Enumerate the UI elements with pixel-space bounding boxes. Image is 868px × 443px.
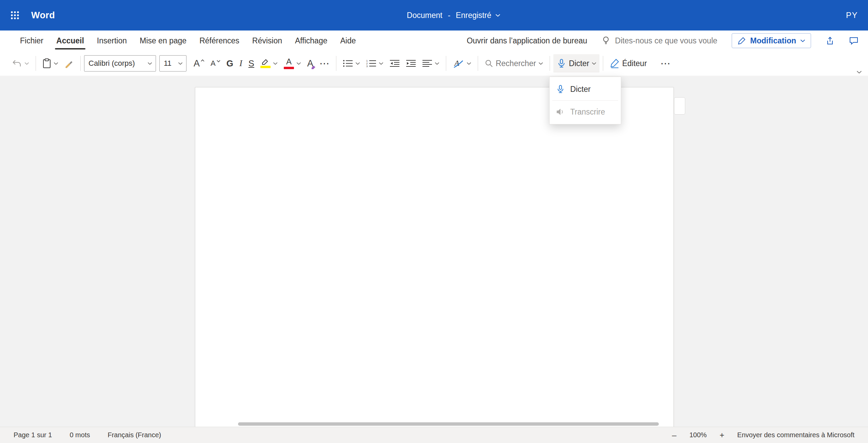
increase-indent-button[interactable] — [403, 54, 419, 73]
tab-fichier[interactable]: Fichier — [14, 31, 50, 51]
grow-font-icon: A — [194, 59, 200, 68]
decrease-indent-button[interactable] — [387, 54, 403, 73]
user-avatar[interactable]: PY — [846, 11, 858, 20]
speaker-icon — [556, 108, 565, 116]
more-options-icon: ⋯ — [660, 58, 671, 68]
open-in-desktop-button[interactable]: Ouvrir dans l’application de bureau — [467, 36, 587, 45]
tab-mise-en-page[interactable]: Mise en page — [133, 31, 193, 51]
decrease-indent-icon — [390, 59, 400, 67]
document-page[interactable] — [195, 87, 674, 427]
chevron-down-icon — [296, 62, 301, 65]
numbering-button[interactable]: 123 — [363, 54, 387, 73]
undo-button[interactable] — [9, 54, 32, 73]
format-painter-button[interactable] — [61, 54, 77, 73]
paste-button[interactable] — [39, 54, 61, 73]
tab-insertion[interactable]: Insertion — [91, 31, 133, 51]
comments-button[interactable] — [849, 36, 859, 45]
caret-up-icon — [201, 59, 204, 62]
language-status[interactable]: Français (France) — [107, 431, 161, 439]
more-font-options-button[interactable]: ⋯ — [316, 54, 333, 73]
word-count[interactable]: 0 mots — [70, 431, 90, 439]
bullets-button[interactable] — [340, 54, 363, 73]
status-bar: Page 1 sur 1 0 mots Français (France) – … — [0, 427, 868, 443]
tell-me-text: Dites-nous ce que vous voule — [615, 36, 717, 45]
zoom-level[interactable]: 100% — [689, 431, 707, 439]
numbering-icon: 123 — [366, 59, 376, 67]
zoom-out-button[interactable]: – — [672, 430, 676, 440]
chevron-down-icon — [467, 62, 471, 65]
collapse-ribbon-button[interactable] — [856, 71, 862, 74]
search-icon — [485, 59, 493, 68]
microphone-icon — [556, 58, 567, 68]
zoom-in-button[interactable]: + — [719, 430, 724, 440]
italic-button[interactable]: I — [236, 54, 245, 73]
chevron-down-icon — [592, 62, 596, 65]
menu-item-label: Transcrire — [570, 107, 605, 117]
ribbon-tabs: Fichier Accueil Insertion Mise en page R… — [14, 31, 362, 51]
alignment-button[interactable] — [419, 54, 442, 73]
horizontal-scrollbar[interactable] — [0, 421, 868, 427]
more-options-icon: ⋯ — [319, 58, 330, 68]
styles-button[interactable]: A — [450, 54, 474, 73]
mode-button[interactable]: Modification — [732, 33, 811, 48]
ribbon-divider — [336, 56, 336, 71]
app-launcher-button[interactable] — [0, 0, 30, 31]
menu-item-transcrire[interactable]: Transcrire — [550, 101, 621, 122]
font-color-bar — [284, 67, 294, 69]
svg-text:3: 3 — [366, 65, 368, 67]
more-commands-button[interactable]: ⋯ — [657, 54, 674, 73]
share-button[interactable] — [825, 36, 835, 45]
tab-accueil[interactable]: Accueil — [50, 31, 91, 51]
ribbon-divider — [446, 56, 446, 71]
ribbon-divider — [550, 56, 550, 71]
editor-pen-icon — [610, 58, 620, 68]
tab-affichage[interactable]: Affichage — [289, 31, 334, 51]
highlight-color-bar — [260, 66, 271, 68]
grow-font-button[interactable]: A — [191, 54, 208, 73]
ribbon-tab-bar: Fichier Accueil Insertion Mise en page R… — [0, 31, 868, 51]
feedback-link[interactable]: Envoyer des commentaires à Microsoft — [737, 431, 854, 439]
chevron-down-icon — [24, 62, 29, 65]
shrink-font-icon: A — [211, 60, 216, 67]
font-size-select[interactable]: 11 — [159, 55, 186, 72]
app-name: Word — [31, 10, 55, 21]
shrink-font-button[interactable]: A — [208, 54, 223, 73]
page-count[interactable]: Page 1 sur 1 — [14, 431, 52, 439]
clear-formatting-button[interactable]: A — [304, 54, 316, 73]
tell-me-button[interactable]: Dites-nous ce que vous voule — [601, 36, 717, 45]
styles-icon: A — [453, 58, 464, 68]
menu-item-label: Dicter — [570, 85, 591, 94]
tab-aide[interactable]: Aide — [334, 31, 362, 51]
clipboard-icon — [42, 58, 51, 68]
highlighter-icon — [260, 59, 271, 68]
menu-item-dicter[interactable]: Dicter — [550, 79, 621, 100]
dictate-button[interactable]: Dicter Dicter Transcrire — [553, 54, 599, 73]
ribbon-toolbar: Calibri (corps) 11 A A G I S A A — [0, 51, 868, 76]
caret-down-icon — [217, 60, 220, 62]
comment-anchor-button[interactable] — [674, 97, 685, 115]
search-button[interactable]: Rechercher — [481, 54, 546, 73]
font-color-button[interactable]: A — [281, 54, 304, 73]
font-name-select[interactable]: Calibri (corps) — [84, 55, 156, 72]
scrollbar-thumb[interactable] — [238, 422, 659, 426]
align-icon — [422, 59, 432, 67]
ribbon-divider — [478, 56, 478, 71]
highlight-button[interactable] — [257, 54, 281, 73]
tab-revision[interactable]: Révision — [246, 31, 289, 51]
editor-button[interactable]: Éditeur — [607, 54, 650, 73]
dictate-menu: Dicter Transcrire — [549, 77, 621, 124]
chevron-down-icon — [54, 62, 58, 65]
undo-icon — [12, 59, 22, 68]
tab-references[interactable]: Références — [193, 31, 246, 51]
chevron-down-icon — [355, 62, 360, 65]
font-name-value: Calibri (corps) — [88, 59, 135, 68]
chevron-down-icon — [800, 39, 805, 42]
document-title[interactable]: Document - Enregistré — [407, 0, 500, 31]
underline-button[interactable]: S — [245, 54, 257, 73]
chevron-down-icon — [379, 62, 383, 65]
document-canvas — [0, 77, 868, 427]
bold-button[interactable]: G — [223, 54, 236, 73]
dictate-label: Dicter — [569, 59, 589, 68]
share-icon — [825, 36, 835, 45]
chevron-down-icon — [147, 62, 152, 65]
